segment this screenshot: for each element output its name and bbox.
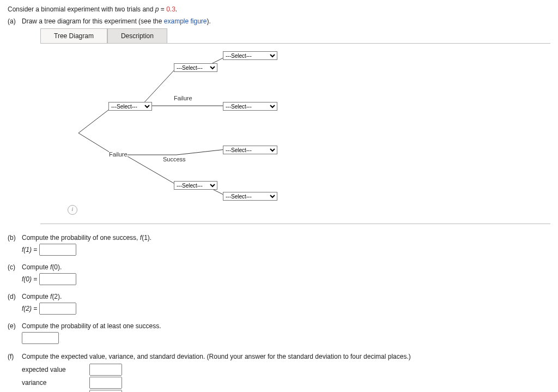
part-c: (c) Compute f(0). f(0) = (8, 263, 550, 285)
part-d-text: Compute (22, 293, 50, 300)
intro-line: Consider a binomial experiment with two … (8, 5, 550, 13)
part-c-label: (c) (8, 263, 22, 285)
part-a-text2: ). (207, 17, 211, 25)
part-a-label: (a) (8, 17, 22, 25)
part-a: (a) Draw a tree diagram for this experim… (8, 17, 550, 25)
tree-label-success: Success (163, 156, 186, 162)
f1-input[interactable] (39, 244, 76, 256)
part-f-label: (f) (8, 353, 22, 392)
part-f-text: Compute the expected value, variance, an… (22, 353, 411, 360)
part-d: (d) Compute f(2). f(2) = (8, 293, 550, 315)
tree-select-leaf-3[interactable]: ---Select--- (223, 146, 277, 154)
variance-input[interactable] (89, 377, 122, 389)
part-e-text: Compute the probability of at least one … (22, 322, 161, 330)
eq: = (159, 5, 166, 13)
part-b: (b) Compute the probability of one succe… (8, 234, 550, 256)
part-c-arg: (0). (52, 263, 62, 271)
part-e-label: (e) (8, 322, 22, 344)
tree-select-leaf-4[interactable]: ---Select--- (223, 192, 277, 201)
part-f: (f) Compute the expected value, variance… (8, 353, 550, 392)
intro-text: Consider a binomial experiment with two … (8, 5, 155, 13)
tab-content: ---Select--- Failure ---Select--- Failur… (40, 43, 550, 224)
p-value: 0.3 (166, 5, 175, 13)
part-b-arg: (1). (142, 234, 151, 242)
atleast-one-input[interactable] (22, 332, 59, 344)
part-b-text: Compute the probability of one success, (22, 234, 140, 242)
part-b-label: (b) (8, 234, 22, 256)
tree-select-leaf-2[interactable]: ---Select--- (223, 102, 277, 111)
tree-diagram: ---Select--- Failure ---Select--- Failur… (62, 51, 389, 215)
f0-input[interactable] (39, 273, 76, 285)
std-dev-input[interactable] (89, 390, 122, 392)
tree-select-leaf-1[interactable]: ---Select--- (223, 51, 277, 60)
expected-value-label: expected value (22, 366, 87, 373)
info-icon[interactable]: i (68, 205, 77, 215)
part-d-lhs: f(2) = (22, 305, 37, 312)
tree-select-level2-upper-top[interactable]: ---Select--- (174, 63, 217, 72)
f2-input[interactable] (39, 303, 76, 315)
variance-label: variance (22, 379, 87, 387)
part-c-lhs: f(0) = (22, 275, 37, 283)
tree-label-failure-upper: Failure (174, 95, 192, 101)
svg-line-2 (141, 68, 177, 106)
svg-line-8 (177, 149, 226, 155)
part-d-label: (d) (8, 293, 22, 315)
tree-select-level1-upper[interactable]: ---Select--- (108, 102, 152, 111)
tree-svg (62, 51, 389, 215)
part-d-arg: (2). (52, 293, 62, 300)
expected-value-input[interactable] (89, 364, 122, 376)
example-figure-link[interactable]: example figure (164, 17, 207, 25)
tab-description[interactable]: Description (107, 28, 167, 43)
part-b-lhs: f(1) = (22, 246, 37, 254)
part-c-text: Compute (22, 263, 50, 271)
intro-suffix: . (175, 5, 177, 13)
tabs: Tree Diagram Description (40, 28, 550, 43)
part-a-text1: Draw a tree diagram for this experiment … (22, 17, 164, 25)
tree-label-failure-lower: Failure (109, 151, 128, 158)
tree-select-level2-lower-bottom[interactable]: ---Select--- (174, 181, 217, 190)
tab-tree-diagram[interactable]: Tree Diagram (40, 28, 107, 43)
part-e: (e) Compute the probability of at least … (8, 322, 550, 344)
